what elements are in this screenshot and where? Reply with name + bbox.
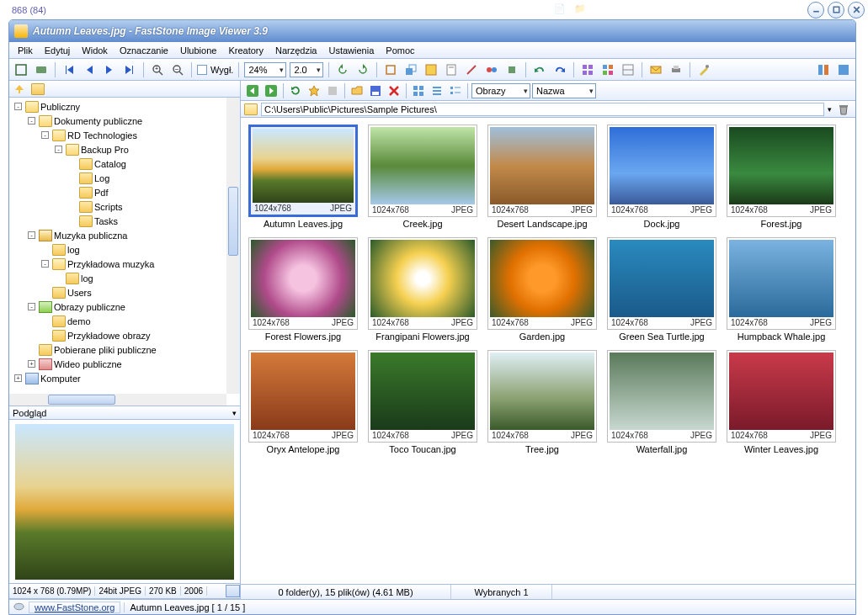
tree-node[interactable]: log	[11, 271, 238, 285]
view-large-icon[interactable]	[410, 82, 427, 99]
tree-node[interactable]: Pdf	[11, 185, 238, 199]
tree-node[interactable]: Catalog	[11, 156, 238, 171]
tree-folder-icon[interactable]	[29, 81, 46, 98]
layout-icon[interactable]	[815, 61, 832, 78]
tree-node[interactable]: Scripts	[11, 199, 238, 214]
minimize-button[interactable]	[807, 2, 824, 19]
tree-node[interactable]: -Dokumenty publiczne	[11, 114, 238, 128]
titlebar[interactable]: Autumn Leaves.jpg - FastStone Image View…	[9, 20, 855, 42]
menu-oznaczanie[interactable]: Oznaczanie	[114, 44, 173, 57]
tree-node[interactable]: Tasks	[11, 214, 238, 228]
preview-pane[interactable]	[9, 420, 240, 584]
fullscreen-icon[interactable]	[13, 61, 29, 78]
thumbnail[interactable]: 1024x768JPEGGarden.jpg	[487, 237, 598, 342]
sort-combo[interactable]: Nazwa	[532, 83, 596, 98]
thumbnail[interactable]: 1024x768JPEGWinter Leaves.jpg	[726, 350, 837, 454]
settings-icon[interactable]	[695, 61, 712, 78]
site-link[interactable]: www.FastStone.org	[29, 602, 120, 613]
tree-node[interactable]: -Obrazy publiczne	[11, 300, 238, 314]
expand-icon[interactable]: -	[14, 103, 22, 110]
tree-node[interactable]: +Wideo publiczne	[11, 357, 238, 371]
zoom-combo[interactable]: 24%	[244, 62, 286, 77]
dropdown-icon[interactable]: ▾	[232, 409, 237, 417]
expand-icon[interactable]: -	[28, 303, 35, 310]
thumbnail[interactable]: 1024x768JPEGCreek.jpg	[367, 125, 478, 229]
expand-icon[interactable]: -	[41, 260, 49, 268]
rotate-right-icon[interactable]	[354, 61, 371, 78]
menu-ustawienia[interactable]: Ustawienia	[324, 44, 380, 57]
tree-node[interactable]: demo	[11, 314, 238, 328]
tree-node[interactable]: Log	[11, 171, 238, 185]
thumbnail[interactable]: 1024x768JPEGHumpback Whale.jpg	[726, 237, 837, 342]
close-button[interactable]	[848, 2, 865, 19]
print-icon[interactable]	[668, 61, 684, 78]
tree-node[interactable]: log	[11, 242, 238, 257]
smooth-checkbox[interactable]	[197, 65, 207, 75]
filter-combo[interactable]: Obrazy	[471, 83, 530, 98]
trash-icon[interactable]	[835, 101, 852, 118]
open-icon[interactable]	[349, 82, 365, 99]
tree-node[interactable]: +Komputer	[11, 371, 238, 385]
favorite-icon[interactable]	[306, 82, 322, 99]
tree-node[interactable]: -Przykładowa muzyka	[11, 257, 238, 271]
tree-node[interactable]: Pobierane pliki publiczne	[11, 342, 238, 357]
expand-icon[interactable]: +	[28, 360, 35, 368]
compare-icon[interactable]	[579, 61, 596, 78]
slideshow-icon[interactable]	[33, 61, 50, 78]
zoom-in-icon[interactable]: +	[149, 61, 166, 78]
thumbnail[interactable]: 1024x768JPEGGreen Sea Turtle.jpg	[606, 237, 717, 342]
last-icon[interactable]	[121, 61, 138, 78]
tree-node[interactable]: -Muzyka publiczna	[11, 228, 238, 242]
delete-icon[interactable]	[386, 82, 402, 99]
up-icon[interactable]	[11, 81, 28, 98]
resize-icon[interactable]	[402, 61, 419, 78]
text-icon[interactable]	[443, 61, 460, 78]
refresh-icon[interactable]	[287, 82, 304, 99]
first-icon[interactable]	[61, 61, 77, 78]
forward-icon[interactable]	[263, 82, 280, 99]
expand-icon[interactable]: -	[28, 117, 35, 125]
expand-icon[interactable]: +	[14, 374, 22, 382]
prev-icon[interactable]	[81, 61, 98, 78]
addr-dropdown-icon[interactable]: ▾	[828, 105, 832, 114]
tag-icon[interactable]	[620, 61, 636, 78]
thumbnail[interactable]: 1024x768JPEGDesert Landscape.jpg	[487, 125, 598, 229]
thumbnail[interactable]: 1024x768JPEGTree.jpg	[487, 350, 598, 454]
tree-node[interactable]: -Backup Pro	[11, 142, 238, 156]
menu-narzedzia[interactable]: Narzędzia	[270, 44, 322, 57]
thumbnail[interactable]: 1024x768JPEGForest.jpg	[726, 125, 837, 229]
history-icon[interactable]	[324, 82, 341, 99]
thumbnail[interactable]: 1024x768JPEGForest Flowers.jpg	[248, 237, 359, 342]
menu-ulubione[interactable]: Ulubione	[175, 44, 221, 57]
thumbnail[interactable]: 1024x768JPEGAutumn Leaves.jpg	[248, 125, 359, 229]
draw-icon[interactable]	[463, 61, 480, 78]
fit-button[interactable]	[226, 585, 240, 597]
tree-node[interactable]: Users	[11, 285, 238, 300]
menu-widok[interactable]: Widok	[77, 44, 113, 57]
thumbnail[interactable]: 1024x768JPEGDock.jpg	[606, 125, 717, 229]
expand-icon[interactable]: -	[28, 231, 35, 239]
menu-pomoc[interactable]: Pomoc	[381, 44, 419, 57]
canvas-icon[interactable]	[423, 61, 439, 78]
thumbnail[interactable]: 1024x768JPEGWaterfall.jpg	[606, 350, 717, 454]
menu-plik[interactable]: Plik	[13, 44, 38, 57]
redo-icon[interactable]	[551, 61, 568, 78]
speed-combo[interactable]: 2.0	[290, 62, 323, 77]
tree-node[interactable]: -RD Technologies	[11, 128, 238, 142]
zoom-out-icon[interactable]: –	[169, 61, 186, 78]
expand-icon[interactable]: -	[41, 131, 49, 139]
menu-kreatory[interactable]: Kreatory	[223, 44, 269, 57]
tree-node[interactable]: -Publiczny	[11, 99, 238, 114]
skin-icon[interactable]	[835, 61, 852, 78]
adjust-icon[interactable]	[483, 61, 500, 78]
view-detail-icon[interactable]	[447, 82, 464, 99]
clone-icon[interactable]	[503, 61, 520, 78]
folder-tree[interactable]: -Publiczny-Dokumenty publiczne-RD Techno…	[9, 98, 240, 406]
undo-icon[interactable]	[531, 61, 548, 78]
maximize-button[interactable]	[828, 2, 844, 19]
save-icon[interactable]	[367, 82, 384, 99]
thumbnail[interactable]: 1024x768JPEGOryx Antelope.jpg	[248, 350, 359, 454]
view-list-icon[interactable]	[429, 82, 445, 99]
thumbnail-grid[interactable]: 1024x768JPEGAutumn Leaves.jpg1024x768JPE…	[241, 118, 855, 584]
next-icon[interactable]	[101, 61, 118, 78]
